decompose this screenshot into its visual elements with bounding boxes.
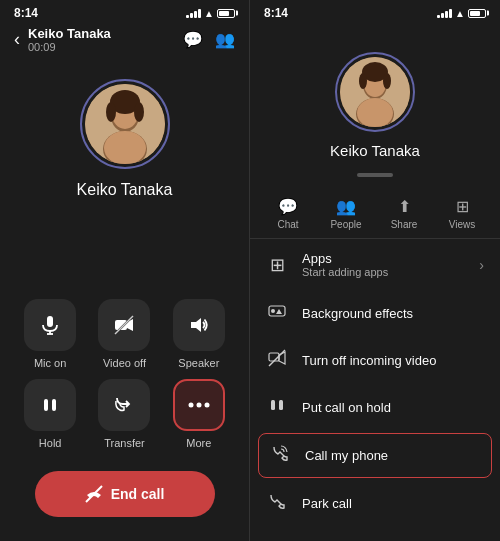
status-bar-left: 8:14 ▲ bbox=[0, 0, 249, 22]
hold-button[interactable]: Hold bbox=[18, 379, 82, 449]
status-icons-left: ▲ bbox=[186, 8, 235, 19]
controls-grid: Mic on Video off bbox=[0, 299, 249, 461]
call-phone-title: Call my phone bbox=[305, 448, 481, 463]
svg-rect-36 bbox=[279, 400, 283, 410]
bar2 bbox=[190, 13, 193, 18]
hold-icon-btn bbox=[24, 379, 76, 431]
menu-item-hold[interactable]: Put call on hold bbox=[250, 384, 500, 431]
end-call-area: End call bbox=[0, 461, 249, 541]
call-header: ‹ Keiko Tanaka 00:09 💬 👥 bbox=[0, 22, 249, 59]
speaker-button[interactable]: Speaker bbox=[167, 299, 231, 369]
hold-svg bbox=[39, 394, 61, 416]
tab-share[interactable]: ⬆ Share bbox=[376, 193, 432, 234]
menu-item-background[interactable]: Background effects bbox=[250, 290, 500, 337]
transfer-label: Transfer bbox=[104, 437, 145, 449]
views-tab-icon: ⊞ bbox=[456, 197, 469, 216]
battery-right bbox=[468, 9, 486, 18]
share-tab-icon: ⬆ bbox=[398, 197, 411, 216]
menu-list: ⊞ Apps Start adding apps › Background ef… bbox=[250, 239, 500, 541]
apps-arrow-icon: › bbox=[479, 257, 484, 273]
left-panel: 8:14 ▲ ‹ Keiko Tanaka 00:09 💬 👥 bbox=[0, 0, 250, 541]
chat-tab-label: Chat bbox=[277, 219, 298, 230]
people-tab-icon: 👥 bbox=[336, 197, 356, 216]
menu-item-incoming-video[interactable]: Turn off incoming video bbox=[250, 337, 500, 384]
more-icon-btn bbox=[173, 379, 225, 431]
wifi-icon: ▲ bbox=[204, 8, 214, 19]
svg-point-29 bbox=[383, 73, 391, 89]
chat-icon[interactable]: 💬 bbox=[183, 30, 203, 49]
video-svg bbox=[113, 314, 135, 336]
time-right: 8:14 bbox=[264, 6, 288, 20]
share-tab-label: Share bbox=[391, 219, 418, 230]
call-phone-icon bbox=[269, 444, 291, 467]
background-title: Background effects bbox=[302, 306, 484, 321]
svg-marker-15 bbox=[191, 318, 201, 332]
rbar3 bbox=[445, 11, 448, 18]
avatar-area-left: Keiko Tanaka bbox=[0, 59, 249, 299]
svg-point-28 bbox=[359, 73, 367, 89]
bar1 bbox=[186, 15, 189, 18]
signal-bars-left bbox=[186, 9, 201, 18]
video-button[interactable]: Video off bbox=[92, 299, 156, 369]
more-label: More bbox=[186, 437, 211, 449]
views-tab-label: Views bbox=[449, 219, 476, 230]
background-svg bbox=[268, 302, 286, 320]
call-phone-content: Call my phone bbox=[305, 448, 481, 463]
park-content: Park call bbox=[302, 496, 484, 511]
avatar-area-right: Keiko Tanaka bbox=[250, 22, 500, 173]
rbar4 bbox=[449, 9, 452, 18]
hold-menu-icon bbox=[266, 396, 288, 419]
svg-point-19 bbox=[196, 403, 201, 408]
svg-rect-17 bbox=[52, 399, 56, 411]
mic-label: Mic on bbox=[34, 357, 66, 369]
end-call-button[interactable]: End call bbox=[35, 471, 215, 517]
svg-rect-8 bbox=[47, 316, 53, 327]
rbar1 bbox=[437, 15, 440, 18]
mic-button[interactable]: Mic on bbox=[18, 299, 82, 369]
speaker-svg bbox=[188, 314, 210, 336]
avatar-ring-right bbox=[335, 52, 415, 132]
chat-tab-icon: 💬 bbox=[278, 197, 298, 216]
more-svg bbox=[188, 401, 210, 409]
menu-item-transfer[interactable]: Transfer bbox=[250, 527, 500, 541]
drag-handle bbox=[357, 173, 393, 177]
tab-bar: 💬 Chat 👥 People ⬆ Share ⊞ Views bbox=[250, 185, 500, 239]
background-content: Background effects bbox=[302, 306, 484, 321]
incoming-video-content: Turn off incoming video bbox=[302, 353, 484, 368]
tab-views[interactable]: ⊞ Views bbox=[434, 193, 490, 234]
bar4 bbox=[198, 9, 201, 18]
signal-bars-right bbox=[437, 9, 452, 18]
more-button[interactable]: More bbox=[167, 379, 231, 449]
speaker-label: Speaker bbox=[178, 357, 219, 369]
video-icon-btn bbox=[98, 299, 150, 351]
tab-people[interactable]: 👥 People bbox=[318, 193, 374, 234]
caller-name-header: Keiko Tanaka bbox=[28, 26, 183, 41]
status-icons-right: ▲ bbox=[437, 8, 486, 19]
menu-item-apps[interactable]: ⊞ Apps Start adding apps › bbox=[250, 239, 500, 290]
time-left: 8:14 bbox=[14, 6, 38, 20]
caller-name-right: Keiko Tanaka bbox=[330, 142, 420, 159]
svg-point-26 bbox=[357, 98, 393, 127]
mic-svg bbox=[39, 314, 61, 336]
transfer-svg bbox=[113, 394, 135, 416]
status-bar-right: 8:14 ▲ bbox=[250, 0, 500, 22]
svg-point-4 bbox=[104, 131, 146, 164]
svg-rect-16 bbox=[44, 399, 48, 411]
battery-fill-left bbox=[219, 11, 229, 16]
battery-left bbox=[217, 9, 235, 18]
back-button[interactable]: ‹ bbox=[14, 29, 20, 50]
avatar-image-left bbox=[85, 84, 165, 164]
menu-item-park[interactable]: Park call bbox=[250, 480, 500, 527]
people-icon[interactable]: 👥 bbox=[215, 30, 235, 49]
incoming-video-icon bbox=[266, 349, 288, 372]
apps-subtitle: Start adding apps bbox=[302, 266, 465, 278]
tab-chat[interactable]: 💬 Chat bbox=[260, 193, 316, 234]
people-tab-label: People bbox=[330, 219, 361, 230]
avatar-ring-left bbox=[80, 79, 170, 169]
menu-item-call-phone[interactable]: Call my phone bbox=[258, 433, 492, 478]
transfer-button[interactable]: Transfer bbox=[92, 379, 156, 449]
header-icons: 💬 👥 bbox=[183, 30, 235, 49]
wifi-icon-right: ▲ bbox=[455, 8, 465, 19]
svg-point-6 bbox=[106, 102, 116, 122]
video-label: Video off bbox=[103, 357, 146, 369]
